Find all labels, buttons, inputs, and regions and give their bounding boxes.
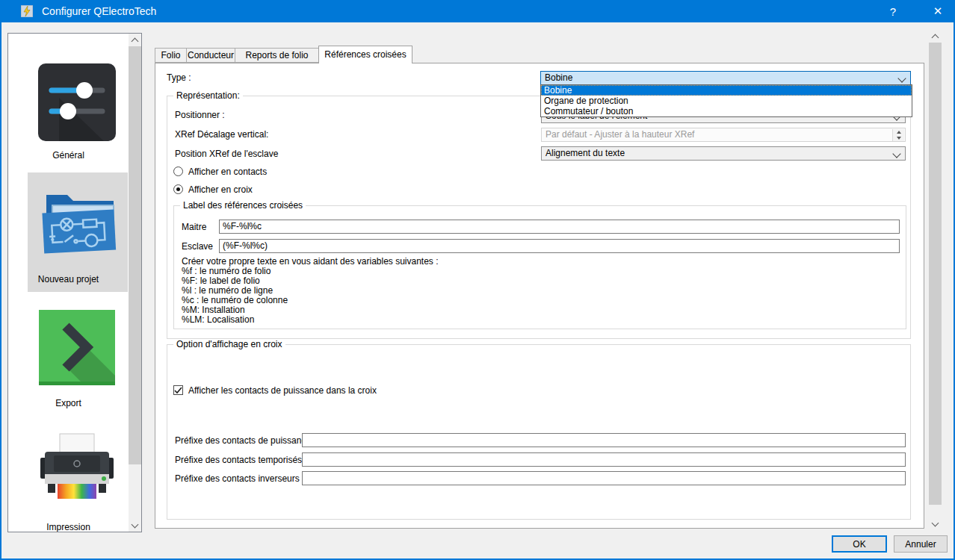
type-dropdown-list: Bobine Organe de protection Commutateur … [540, 84, 912, 117]
help-line: %LM: Localisation [182, 315, 439, 325]
tab-conducteur[interactable]: Conducteur [186, 48, 235, 63]
croix-options-group-title: Option d'affichage en croix [173, 339, 285, 349]
radio-dot [176, 187, 180, 191]
printer-icon [37, 431, 117, 510]
maitre-input[interactable]: %F-%l%c [219, 220, 900, 234]
dropdown-option-commutateur[interactable]: Commutateur / bouton [541, 106, 912, 116]
window-border-left [0, 0, 1, 560]
dropdown-option-bobine[interactable]: Bobine [541, 85, 912, 96]
window-title: Configurer QElectroTech [42, 5, 156, 17]
sidebar-item-impression[interactable] [37, 431, 117, 510]
radio-afficher-en-croix[interactable] [173, 184, 183, 194]
main-scrollbar-thumb[interactable] [929, 43, 942, 505]
prefix-puissance-input[interactable] [302, 433, 906, 447]
export-arrow-icon [37, 308, 117, 388]
scroll-down-icon[interactable] [929, 517, 942, 530]
chevron-down-icon [897, 74, 906, 82]
representation-group: Représentation: Positionner : Sous le la… [167, 96, 911, 339]
positionner-label: Positionner : [175, 110, 225, 120]
label-references-group-title: Label des références croisées [180, 200, 306, 211]
tab-references-croisees[interactable]: Références croisées [318, 46, 412, 63]
settings-category-list: Général [7, 33, 142, 532]
tab-reports-de-folio[interactable]: Reports de folio [235, 48, 319, 63]
sliders-icon [37, 62, 117, 143]
type-label: Type : [167, 72, 191, 83]
app-lightning-icon [21, 5, 33, 17]
prefix-temporises-input[interactable] [302, 452, 906, 467]
title-bar: Configurer QElectroTech ? ✕ [0, 0, 955, 22]
dropdown-option-organe[interactable]: Organe de protection [541, 96, 912, 106]
sidebar-item-general[interactable] [37, 62, 117, 143]
close-icon[interactable]: ✕ [921, 0, 955, 22]
radio-afficher-en-contacts-label[interactable]: Afficher en contacts [188, 167, 267, 177]
sidebar-scroll-down-icon[interactable] [129, 519, 141, 532]
xref-position-combobox[interactable]: Alignement du texte [541, 146, 906, 161]
puissance-checkbox[interactable] [173, 385, 183, 395]
sidebar-item-impression-label[interactable]: Impression [8, 522, 129, 532]
chevron-down-icon [892, 149, 900, 158]
esclave-input[interactable]: (%F-%l%c) [219, 239, 900, 253]
radio-afficher-en-croix-label[interactable]: Afficher en croix [188, 184, 253, 195]
croix-options-group: Option d'affichage en croix Afficher les… [167, 344, 911, 520]
ok-button[interactable]: OK [832, 535, 887, 553]
scroll-up-icon[interactable] [929, 30, 942, 43]
maitre-label: Maitre [182, 222, 206, 232]
xref-offset-label: XRef Décalage vertical: [175, 129, 268, 140]
sidebar-item-export-label[interactable]: Export [8, 398, 129, 408]
prefix-puissance-label: Préfixe des contacts de puissance : [175, 435, 316, 446]
tab-folio[interactable]: Folio [155, 48, 187, 63]
xref-offset-spinbox[interactable]: Par défaut - Ajuster à la hauteur XRef [541, 128, 906, 142]
sidebar-scrollbar[interactable] [129, 34, 141, 532]
variables-help-text: Créer votre propre texte en vous aidant … [182, 257, 439, 325]
type-combobox[interactable]: Bobine [540, 71, 911, 85]
representation-group-title: Représentation: [173, 90, 243, 101]
puissance-checkbox-label[interactable]: Afficher les contacts de puissance dans … [188, 385, 377, 396]
checkmark-icon [174, 387, 182, 394]
prefix-temporises-label: Préfixe des contacts temporisés : [175, 455, 307, 465]
sidebar-item-general-label[interactable]: Général [8, 150, 129, 161]
prefix-inverseurs-input[interactable] [302, 471, 906, 485]
xref-position-combobox-value: Alignement du texte [546, 148, 625, 158]
xref-offset-spinbox-value: Par défaut - Ajuster à la hauteur XRef [546, 129, 694, 140]
esclave-label: Esclave [182, 241, 213, 252]
help-button[interactable]: ? [876, 0, 910, 22]
project-folder-icon [37, 178, 120, 261]
main-scrollbar[interactable] [929, 30, 942, 530]
sidebar-item-nouveau-projet-label[interactable]: Nouveau projet [8, 274, 129, 284]
sidebar-item-export[interactable] [37, 308, 117, 388]
prefix-inverseurs-label: Préfixe des contacts inverseurs : [175, 473, 304, 484]
references-croisees-panel: Type : Bobine Bobine Organe de protectio… [155, 63, 924, 529]
type-combobox-value: Bobine [545, 72, 572, 83]
configure-dialog: Configurer QElectroTech ? ✕ Général [0, 0, 955, 560]
spin-down-icon[interactable] [892, 135, 904, 141]
label-references-group: Label des références croisées Maitre %F-… [173, 205, 906, 329]
cancel-button[interactable]: Annuler [894, 535, 948, 553]
xref-position-label: Position XRef de l'esclave [175, 149, 278, 159]
radio-afficher-en-contacts[interactable] [173, 167, 183, 176]
sidebar-item-nouveau-projet[interactable] [37, 178, 120, 261]
sidebar-scroll-up-icon[interactable] [129, 34, 141, 46]
spin-up-icon[interactable] [892, 129, 904, 135]
sidebar-scrollbar-thumb[interactable] [129, 46, 141, 464]
